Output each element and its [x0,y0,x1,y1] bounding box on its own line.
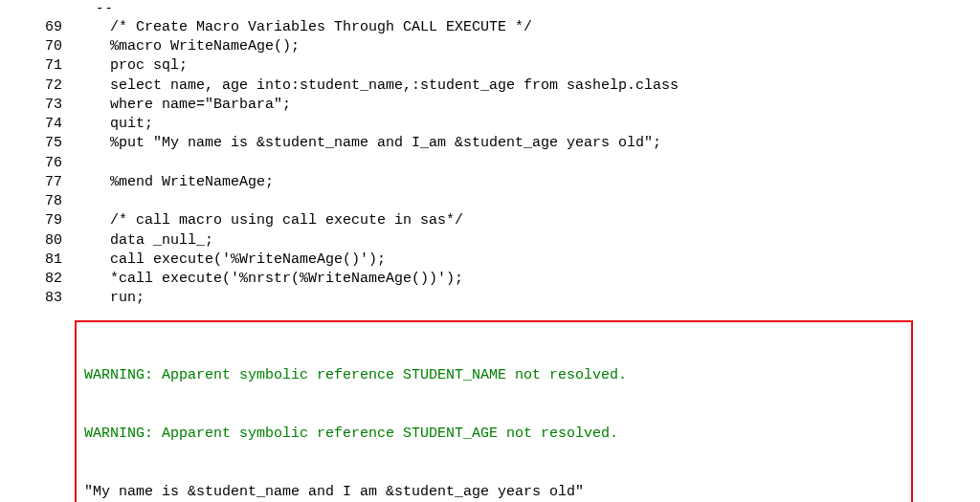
line-number: 69 [0,18,110,37]
code-content [110,154,980,173]
log-warning-line: WARNING: Apparent symbolic reference STU… [84,425,903,444]
code-line: 79 /* call macro using call execute in s… [0,211,980,230]
code-content: data _null_; [110,231,980,251]
code-block: 69 /* Create Macro Variables Through CAL… [0,18,980,313]
code-content: proc sql; [110,56,980,76]
code-line: 82 *call execute('%nrstr(%WriteNameAge()… [0,270,980,289]
code-line: 80 data _null_; [0,231,980,251]
code-content: run; [110,289,980,308]
line-number: 78 [0,192,110,211]
line-number: 72 [0,76,110,96]
code-line: 83 run; [0,289,980,308]
code-line: 77 %mend WriteNameAge; [0,173,980,192]
code-line: 74 quit; [0,115,980,134]
code-content: %put "My name is &student_name and I_am … [110,134,980,153]
code-line: 75 %put "My name is &student_name and I_… [0,134,980,153]
prior-line-fragment: -- [96,0,980,18]
code-content: where name="Barbara"; [110,96,980,115]
line-number: 73 [0,96,110,115]
code-content: *call execute('%nrstr(%WriteNameAge())')… [110,270,980,289]
code-content: call execute('%WriteNameAge()'); [110,251,980,270]
code-line: 81 call execute('%WriteNameAge()'); [0,251,980,270]
line-number: 75 [0,134,110,153]
line-number: 80 [0,231,110,251]
code-content: /* call macro using call execute in sas*… [110,211,980,230]
code-line: 72 select name, age into:student_name,:s… [0,76,980,96]
code-line: 71 proc sql; [0,56,980,76]
code-content [110,192,980,211]
line-number: 76 [0,154,110,173]
line-number: 70 [0,37,110,56]
line-number: 77 [0,173,110,192]
code-content: select name, age into:student_name,:stud… [110,76,980,96]
code-line: 78 [0,192,980,211]
line-number: 82 [0,270,110,289]
line-number: 81 [0,251,110,270]
line-number: 74 [0,115,110,134]
log-message-line: "My name is &student_name and I am &stud… [84,483,903,502]
code-line: 69 /* Create Macro Variables Through CAL… [0,18,980,37]
line-number: 79 [0,211,110,230]
line-number: 83 [0,289,110,308]
log-warning-line: WARNING: Apparent symbolic reference STU… [84,366,903,385]
code-content: /* Create Macro Variables Through CALL E… [110,18,980,37]
line-number: 71 [0,56,110,76]
code-content: %macro WriteNameAge(); [110,37,980,56]
code-content: quit; [110,115,980,134]
code-content: %mend WriteNameAge; [110,173,980,192]
code-line: 70 %macro WriteNameAge(); [0,37,980,56]
code-line: 73 where name="Barbara"; [0,96,980,115]
log-output-box: WARNING: Apparent symbolic reference STU… [75,320,913,502]
code-line: 76 [0,154,980,173]
